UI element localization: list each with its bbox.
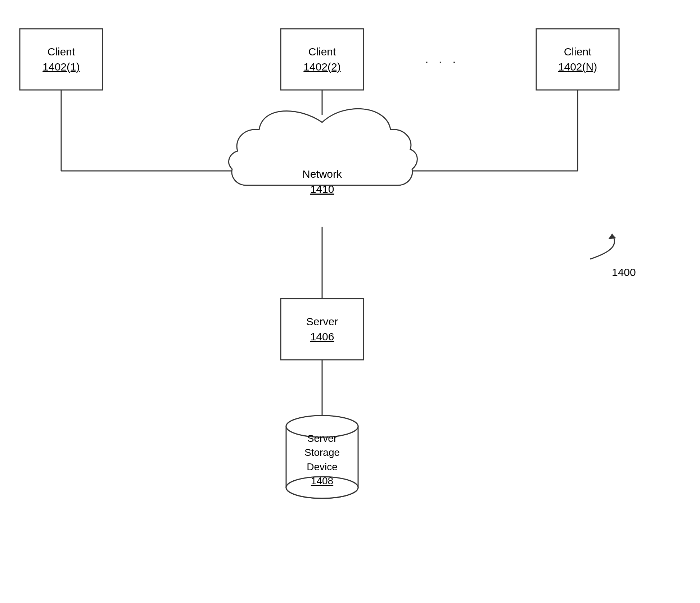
diagram-container: Client 1402(1) Client 1402(2) Client 140…: [0, 0, 700, 603]
ellipsis-dots: . . .: [425, 50, 459, 67]
diagram-ref-label: 1400: [612, 266, 636, 278]
storage-label: Server Storage Device 1408: [286, 425, 358, 495]
network-label: Network 1410: [245, 137, 399, 227]
client1-label: Client 1402(1): [20, 29, 103, 90]
clientN-label: Client 1402(N): [536, 29, 619, 90]
server-label: Server 1406: [281, 299, 363, 360]
client2-label: Client 1402(2): [281, 29, 363, 90]
svg-marker-14: [608, 234, 616, 239]
